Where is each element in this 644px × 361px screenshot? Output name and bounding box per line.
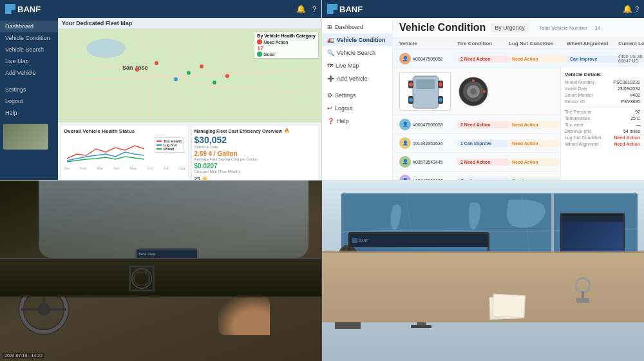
avatar-1: 👤	[399, 53, 411, 64]
banf-logo-icon-tr	[327, 4, 337, 14]
grid-icon: ⊞	[327, 24, 332, 30]
tire-badge-5: Can Improve	[457, 177, 509, 180]
map-icon: 🗺	[327, 63, 333, 69]
detail-pressure: Tire Pressure 92	[565, 110, 640, 114]
tire-detail	[457, 75, 489, 108]
detail-lug-nut: Lug Nut Condition Need Action	[565, 135, 640, 140]
health-title: Overall Vehicle Health Status	[64, 128, 185, 134]
truck-icon: 🚛	[327, 37, 334, 43]
col-location: Current Location	[618, 41, 644, 46]
vc-filter[interactable]: By Urgency	[491, 23, 529, 32]
speedometer	[129, 266, 155, 291]
tr-sidebar-settings[interactable]: ⚙ Settings	[322, 89, 392, 102]
help-icon-tl[interactable]: ?	[312, 5, 316, 13]
avatar-3: 👤	[399, 137, 411, 149]
tr-content: ⊞ Dashboard 🚛 Vehicle Condition 🔍 Vehicl…	[322, 18, 644, 180]
col-wheel: Wheel Alignment	[567, 41, 618, 46]
detail-install-date: Install Date 23/09/2024	[565, 86, 640, 91]
svg-point-10	[409, 98, 413, 102]
lug-badge-5: Good	[509, 177, 567, 180]
cost-per-mile: $0.0207	[194, 162, 316, 170]
svg-point-8	[409, 83, 413, 86]
map-title: Your Dedicated Fleet Map	[58, 18, 321, 29]
avatar-4: 👤	[399, 156, 411, 168]
lug-badge-4: Need Action	[509, 159, 567, 166]
map-dot-green-1	[187, 71, 191, 75]
fan-base	[576, 298, 589, 303]
monitor-logo	[352, 238, 357, 243]
small-monitor-header	[562, 214, 623, 222]
detail-sensor: Sensor ID PSV3895	[565, 99, 640, 104]
table-row[interactable]: 👤 #00047505052 2 Need Action Need Action…	[393, 50, 644, 68]
notification-bell-tr[interactable]: 🔔	[623, 5, 632, 14]
map-dot-red-1	[135, 68, 139, 72]
truck-top-view	[399, 72, 451, 111]
lug-badge-1: Need Action	[509, 55, 567, 63]
vehicle-id-4: #03578543445	[413, 160, 443, 164]
legend-need-action: Need Action	[263, 40, 288, 44]
help-icon-sidebar: ❓	[327, 118, 334, 124]
notification-bell-tl[interactable]: 🔔	[296, 5, 306, 14]
detail-distance: Distance (mi) 54 miles	[565, 129, 640, 133]
banf-logo-text-tr: BANF	[339, 5, 363, 14]
svg-point-26	[131, 269, 151, 289]
dashboard-strip	[0, 258, 321, 297]
vc-header: Vehicle Condition By Urgency Total Vehic…	[393, 18, 644, 38]
tr-sidebar-live-map[interactable]: 🗺 Live Map	[322, 59, 392, 72]
tr-sidebar-dashboard[interactable]: ⊞ Dashboard	[322, 21, 392, 34]
tire-badge-3: 1 Can Improve	[457, 140, 509, 147]
tr-sidebar-add-vehicle[interactable]: ➕ Add Vehicle	[322, 72, 392, 85]
tr-sidebar-logout[interactable]: ↩ Logout	[322, 102, 392, 115]
sidebar-item-settings[interactable]: Settings	[0, 84, 58, 95]
vc-total: 34	[594, 25, 600, 31]
vehicle-condition-panel: BANF 🔔 ? ⊞ Dashboard 🚛 Vehicle Condition…	[322, 0, 644, 180]
tr-sidebar-vehicle-search[interactable]: 🔍 Vehicle Search	[322, 46, 392, 59]
detail-temp: Temperature 25 C	[565, 116, 640, 121]
plus-icon: ➕	[327, 75, 334, 82]
sidebar-item-dashboard[interactable]: Dashboard	[0, 21, 58, 32]
weather-temp: 25	[194, 176, 200, 180]
align-badge-1: Can Improve	[567, 55, 618, 63]
banf-logo-icon	[5, 4, 15, 14]
vehicle-id-5: #13948009423	[413, 179, 443, 180]
svg-point-16	[472, 79, 475, 82]
map-area[interactable]: San Jose By Vehicle Health Category	[58, 29, 321, 122]
vehicle-cell-5: 👤 #13948009423	[399, 175, 457, 180]
sidebar-item-help[interactable]: Help	[0, 107, 58, 119]
sidebar-item-logout[interactable]: Logout	[0, 95, 58, 107]
detail-alignment-status: Need Action	[614, 142, 640, 146]
vehicle-id-2: #00047505053	[413, 122, 443, 127]
map-dot-green-2	[213, 81, 216, 84]
tr-sidebar-vehicle-condition[interactable]: 🚛 Vehicle Condition	[322, 34, 392, 46]
col-tire: Tire Condition	[457, 41, 509, 46]
vehicle-cell-3: 👤 #01342352624	[399, 137, 457, 149]
dashboard-panel: BANF 🔔 ? Dashboard Vehicle Condition Veh…	[0, 0, 322, 180]
cost-label: Cost per Mile (This Month)	[194, 170, 316, 173]
svg-point-15	[470, 88, 477, 95]
truck-interior-photo: BANF Fleet 2024.07.19 - 14:22	[0, 180, 321, 361]
svg-point-9	[439, 83, 442, 86]
vc-title: Vehicle Condition	[399, 22, 486, 34]
office-photo: BANF	[322, 180, 644, 361]
sidebar-item-add-vehicle[interactable]: Add Vehicle	[0, 67, 58, 79]
vehicle-detail-panel: Vehicle Details Model Number PSC3819231 …	[560, 68, 644, 180]
tr-sidebar-help[interactable]: ❓ Help	[322, 115, 392, 128]
sidebar-item-live-map[interactable]: Live Map	[0, 55, 58, 67]
svg-point-27	[134, 271, 149, 286]
sidebar-item-vehicle-condition[interactable]: Vehicle Condition	[0, 32, 58, 44]
tl-content: Dashboard Vehicle Condition Vehicle Sear…	[0, 18, 321, 180]
tl-header: BANF 🔔 ?	[0, 0, 321, 18]
vehicle-cell-1: 👤 #00047505052	[399, 53, 457, 64]
fuel-label: Average Fuel Saving Cost per Gallon	[194, 157, 316, 161]
map-dot-red-4	[225, 74, 229, 78]
map-dot-red-3	[200, 64, 204, 68]
detail-header: Vehicle Details	[565, 72, 640, 77]
svg-rect-3	[416, 79, 435, 89]
papers-2	[492, 294, 526, 318]
sidebar-item-vehicle-search[interactable]: Vehicle Search	[0, 44, 58, 55]
legend-good: Good	[263, 52, 274, 57]
help-icon-tr[interactable]: ?	[635, 5, 639, 13]
cost-title: Managing Fleet Cost Efficiency Overview	[194, 129, 283, 133]
monitor-base	[411, 325, 431, 328]
vc-total-label: Total Vehicle Number	[539, 25, 588, 31]
